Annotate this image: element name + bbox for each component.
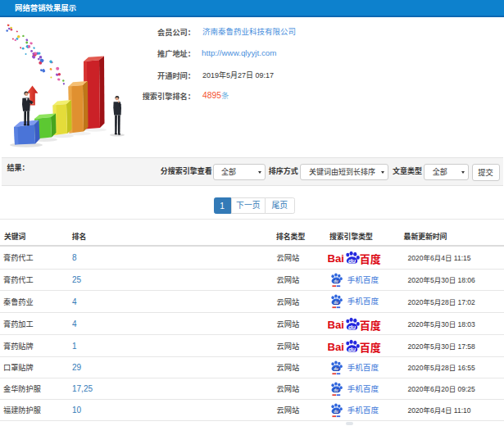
- svg-text:du: du: [334, 367, 338, 371]
- svg-text:手机百度: 手机百度: [347, 404, 379, 415]
- svg-text:手机百度: 手机百度: [347, 383, 379, 394]
- svg-text:du: du: [348, 256, 356, 264]
- svg-text:du: du: [348, 345, 356, 352]
- svg-text:百度: 百度: [360, 251, 381, 265]
- svg-text:du: du: [334, 410, 338, 414]
- svg-text:手机百度: 手机百度: [347, 295, 379, 306]
- svg-text:Bai: Bai: [328, 341, 344, 353]
- svg-text:手机百度: 手机百度: [347, 361, 379, 373]
- svg-text:百度: 百度: [360, 339, 381, 353]
- svg-text:du: du: [348, 323, 356, 330]
- svg-text:du: du: [334, 388, 338, 392]
- svg-text:du: du: [334, 301, 338, 305]
- svg-text:du: du: [334, 279, 338, 283]
- svg-text:Bai: Bai: [328, 252, 344, 265]
- svg-text:百度: 百度: [360, 317, 381, 331]
- svg-text:手机百度: 手机百度: [347, 274, 379, 285]
- svg-text:Bai: Bai: [328, 319, 344, 331]
